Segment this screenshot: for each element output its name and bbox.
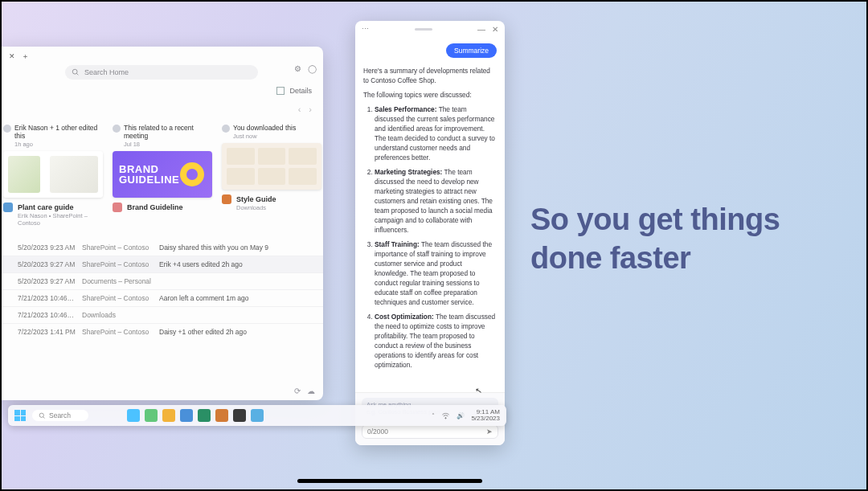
row-location: SharePoint – Contoso: [82, 243, 159, 252]
pinned-app[interactable]: [251, 409, 264, 422]
row-activity: Daisy +1 other edited 2h ago: [159, 328, 315, 336]
card-thumbnail: [3, 151, 103, 198]
card-caption-sub: Just now: [233, 133, 296, 140]
search-placeholder: Search Home: [84, 68, 129, 76]
filter-icon[interactable]: ⚙: [294, 64, 301, 73]
row-location: SharePoint – Contoso: [82, 328, 159, 336]
system-tray: ˄ 🔊 9:11 AM 5/23/2023: [432, 409, 500, 422]
svg-point-0: [72, 69, 77, 74]
taskbar-search[interactable]: Search: [32, 410, 88, 421]
reply-lead: The following topics were discussed:: [363, 90, 497, 100]
desktop-area: ✕ ＋ Search Home ⚙ ◯ Details ‹ ›: [0, 0, 511, 450]
taskbar-search-placeholder: Search: [49, 411, 71, 419]
start-button[interactable]: [14, 410, 26, 421]
row-location: SharePoint – Contoso: [82, 260, 159, 268]
table-row[interactable]: 5/20/2023 9:27 AMDocuments – Personal: [0, 272, 323, 289]
card-title: Style Guide: [236, 195, 276, 203]
card-style[interactable]: You downloaded this Just now Style Guide…: [222, 124, 321, 227]
cloud-icon[interactable]: ☁: [307, 387, 315, 395]
new-tab-icon[interactable]: ＋: [21, 52, 29, 60]
file-type-icon: [113, 203, 122, 212]
cursor-icon: ↖: [474, 385, 482, 395]
svg-point-4: [445, 417, 446, 418]
row-activity: Aaron left a comment 1m ago: [159, 294, 315, 302]
reply-list-item: Marketing Strategies: The team discussed…: [375, 167, 497, 235]
recent-files-table: 5/20/2023 9:23 AMSharePoint – ContosoDai…: [0, 239, 323, 340]
sync-icon[interactable]: ⟳: [294, 387, 301, 395]
chevron-up-icon[interactable]: ˄: [432, 412, 435, 419]
wifi-icon[interactable]: [441, 411, 450, 420]
marketing-tagline: So you get things done faster: [530, 201, 820, 277]
chevron-left-icon[interactable]: ‹: [298, 104, 301, 114]
pinned-app[interactable]: [180, 409, 193, 422]
row-activity: Erik +4 users edited 2h ago: [159, 260, 315, 268]
details-button[interactable]: Details: [289, 87, 312, 95]
copilot-panel: ⋯ — ✕ Summarize Here's a summary of deve…: [355, 21, 505, 445]
row-date: 7/21/2023 10:46…: [18, 294, 82, 302]
card-caption: You downloaded this: [233, 124, 296, 132]
row-date: 5/20/2023 9:27 AM: [18, 260, 82, 268]
chevron-right-icon[interactable]: ›: [309, 104, 312, 114]
volume-icon[interactable]: 🔊: [457, 412, 465, 419]
panel-menu-icon[interactable]: ⋯: [362, 25, 370, 33]
card-plant[interactable]: Erik Nason + 1 other edited this 1h ago …: [3, 124, 103, 227]
table-row[interactable]: 5/20/2023 9:23 AMSharePoint – ContosoDai…: [0, 239, 323, 256]
pinned-apps: [127, 409, 264, 422]
recommended-cards: Erik Nason + 1 other edited this 1h ago …: [0, 119, 323, 228]
card-caption: This related to a recent meeting: [124, 124, 212, 140]
row-date: 7/22/2023 1:41 PM: [18, 328, 82, 336]
pinned-app[interactable]: [127, 409, 140, 422]
card-subtitle: Downloads: [236, 204, 321, 211]
table-row[interactable]: 7/21/2023 10:46…Downloads: [0, 306, 323, 323]
card-brand[interactable]: This related to a recent meeting Jul 18 …: [113, 124, 212, 227]
card-title: Brand Guideline: [127, 203, 183, 211]
meeting-icon: [113, 125, 121, 133]
avatar-icon: [3, 125, 11, 133]
search-icon: [72, 68, 80, 76]
search-input[interactable]: Search Home: [65, 65, 258, 80]
card-thumbnail: BRAND GUIDELINE: [113, 151, 212, 198]
row-location: Downloads: [82, 311, 159, 319]
reply-intro: Here's a summary of developments related…: [363, 66, 497, 85]
date-text: 5/23/2023: [471, 415, 500, 422]
carousel-nav: ‹ ›: [0, 100, 323, 119]
command-bar: Details: [0, 82, 323, 100]
pinned-app[interactable]: [233, 409, 246, 422]
view-toggle-icon[interactable]: [276, 87, 285, 95]
file-type-icon: [222, 194, 231, 204]
close-icon[interactable]: ✕: [492, 25, 498, 34]
pinned-app[interactable]: [162, 409, 175, 422]
assistant-reply: Here's a summary of developments related…: [363, 66, 497, 370]
tab-strip: ✕ ＋: [0, 47, 323, 63]
taskbar: Search ˄ 🔊 9:11 AM 5/23/2023: [8, 405, 506, 426]
pinned-app[interactable]: [198, 409, 211, 422]
reply-list-item: Cost Optimization: The team discussed th…: [375, 312, 497, 370]
table-row[interactable]: 5/20/2023 9:27 AMSharePoint – ContosoEri…: [0, 256, 323, 272]
row-activity: Daisy shared this with you on May 9: [159, 243, 315, 252]
card-caption-sub: 1h ago: [14, 141, 103, 148]
tab-close-icon[interactable]: ✕: [8, 52, 16, 60]
address-bar: Search Home: [0, 63, 323, 82]
download-icon: [222, 125, 230, 133]
copilot-text-input[interactable]: 0/2000 ➤: [362, 424, 498, 439]
svg-line-1: [76, 73, 78, 75]
row-date: 7/21/2023 10:46…: [18, 311, 82, 319]
row-date: 5/20/2023 9:23 AM: [18, 243, 82, 252]
minimize-icon[interactable]: —: [477, 25, 485, 34]
clock[interactable]: 9:11 AM 5/23/2023: [471, 409, 500, 422]
explorer-window: ✕ ＋ Search Home ⚙ ◯ Details ‹ ›: [0, 47, 323, 400]
file-type-icon: [3, 203, 13, 212]
drag-handle-icon[interactable]: [415, 28, 432, 31]
card-caption-sub: Jul 18: [124, 141, 212, 148]
pinned-app[interactable]: [215, 409, 228, 422]
table-row[interactable]: 7/21/2023 10:46…SharePoint – ContosoAaro…: [0, 289, 323, 306]
home-indicator: [297, 479, 482, 483]
pinned-app[interactable]: [145, 409, 158, 422]
reply-list-item: Sales Performance: The team discussed th…: [375, 104, 497, 162]
reply-list-item: Staff Training: The team discussed the i…: [375, 239, 497, 307]
card-title: Plant care guide: [18, 203, 74, 211]
table-row[interactable]: 7/22/2023 1:41 PMSharePoint – ContosoDai…: [0, 323, 323, 340]
send-icon[interactable]: ➤: [486, 428, 493, 436]
user-message-text: Summarize: [446, 43, 497, 58]
account-icon[interactable]: ◯: [308, 64, 317, 73]
